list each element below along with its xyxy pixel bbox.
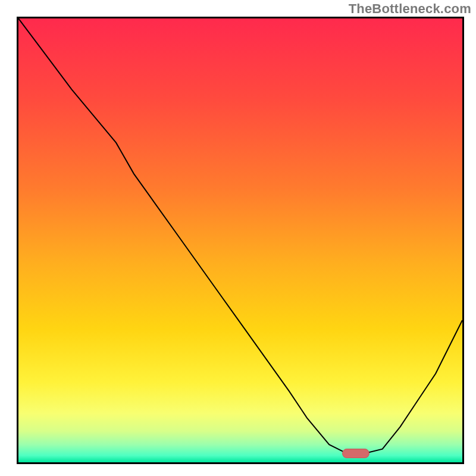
chart-container: TheBottleneck.com bbox=[0, 0, 476, 476]
watermark-text: TheBottleneck.com bbox=[349, 1, 471, 17]
svg-rect-1 bbox=[343, 449, 369, 458]
optimal-marker bbox=[18, 18, 462, 462]
plot-area bbox=[17, 17, 464, 464]
